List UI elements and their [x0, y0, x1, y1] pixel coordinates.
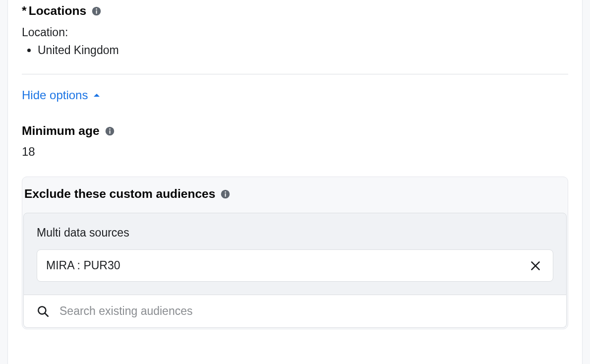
info-icon[interactable] — [91, 6, 102, 16]
info-icon[interactable] — [220, 189, 231, 199]
hide-options-label: Hide options — [22, 88, 88, 102]
audience-search-input[interactable] — [59, 304, 553, 318]
remove-chip-button[interactable] — [529, 259, 542, 272]
required-asterisk: *Locations — [22, 4, 86, 18]
panel-right-edge — [582, 0, 590, 364]
locations-heading: *Locations — [22, 4, 568, 18]
svg-point-8 — [225, 191, 226, 192]
multi-data-sources-box: Multi data sources MIRA : PUR30 — [23, 213, 567, 295]
svg-rect-1 — [96, 10, 97, 13]
info-icon[interactable] — [105, 126, 115, 136]
panel-left-edge — [0, 0, 8, 364]
minimum-age-value: 18 — [22, 145, 568, 159]
svg-rect-7 — [225, 193, 226, 196]
multi-data-sources-label: Multi data sources — [37, 226, 553, 240]
exclude-heading: Exclude these custom audiences — [24, 187, 215, 201]
svg-point-2 — [96, 8, 97, 9]
minimum-age-heading: Minimum age — [22, 124, 568, 138]
location-label: Location: — [22, 26, 568, 39]
location-item: United Kingdom — [38, 42, 568, 58]
svg-point-5 — [109, 128, 110, 129]
search-icon — [37, 305, 50, 318]
audience-chip-label: MIRA : PUR30 — [46, 259, 120, 272]
caret-up-icon — [93, 92, 101, 98]
svg-line-10 — [45, 313, 48, 316]
hide-options-toggle[interactable]: Hide options — [22, 88, 101, 102]
audience-chip: MIRA : PUR30 — [37, 249, 553, 282]
exclude-audiences-panel: Exclude these custom audiences Multi dat… — [22, 177, 568, 329]
audience-search-box[interactable] — [23, 295, 567, 328]
section-divider — [22, 74, 568, 74]
svg-rect-4 — [109, 130, 110, 133]
location-summary: Location: United Kingdom — [22, 26, 568, 58]
location-list: United Kingdom — [22, 42, 568, 58]
